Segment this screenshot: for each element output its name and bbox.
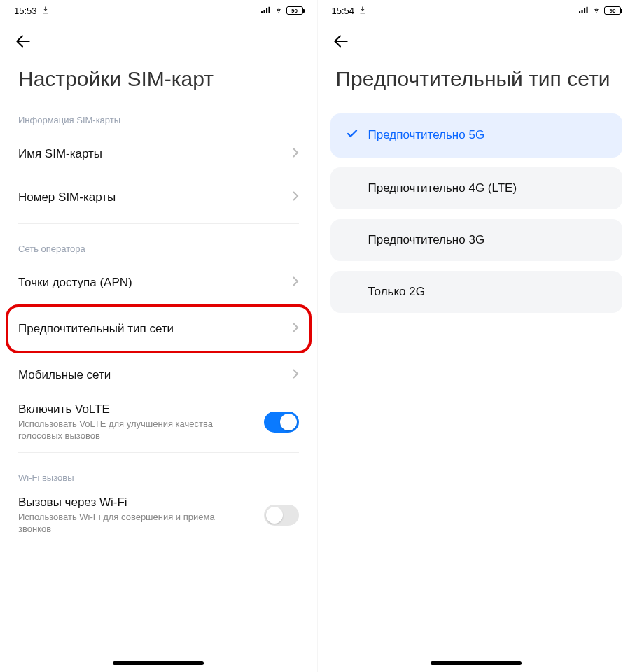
volte-label: Включить VoLTE xyxy=(18,402,264,416)
back-button[interactable] xyxy=(14,41,32,52)
option-label: Предпочтительно 5G xyxy=(368,128,485,142)
section-operator-network: Сеть оператора xyxy=(18,228,299,261)
svg-rect-0 xyxy=(261,11,263,13)
option-label: Предпочтительно 3G xyxy=(368,233,485,247)
row-preferred-network-type[interactable]: Предпочтительный тип сети xyxy=(18,307,299,351)
battery-level: 90 xyxy=(610,8,616,14)
phone-left: 15:53 90 Настройки SIM-карт Информация S… xyxy=(0,0,318,672)
wifi-calls-label: Вызовы через Wi-Fi xyxy=(18,496,264,510)
option-4g[interactable]: Предпочтительно 4G (LTE) xyxy=(330,167,623,209)
cellular-signal-icon xyxy=(261,6,271,16)
row-volte: Включить VoLTE Использовать VoLTE для ул… xyxy=(18,397,299,448)
volte-toggle[interactable] xyxy=(264,412,299,433)
svg-rect-4 xyxy=(579,11,580,13)
svg-rect-2 xyxy=(266,8,267,13)
volte-sub: Использовать VoLTE для улучшения качеств… xyxy=(18,418,228,442)
svg-rect-3 xyxy=(268,6,270,13)
chevron-right-icon xyxy=(292,276,299,290)
section-wifi-calls: Wi-Fi вызовы xyxy=(18,457,299,490)
option-label: Только 2G xyxy=(368,285,425,299)
wifi-icon xyxy=(592,6,601,16)
svg-rect-7 xyxy=(587,6,588,13)
mobile-nets-label: Мобильные сети xyxy=(18,368,292,382)
status-bar: 15:54 90 xyxy=(318,0,636,21)
apn-label: Точки доступа (APN) xyxy=(18,276,292,290)
svg-rect-5 xyxy=(582,10,583,13)
page-title: Предпочтительный тип сети xyxy=(318,53,636,99)
status-time: 15:54 xyxy=(332,6,355,16)
chevron-right-icon xyxy=(292,322,299,336)
wifi-calls-sub: Использовать Wi-Fi для совершения и прие… xyxy=(18,511,228,536)
home-indicator[interactable] xyxy=(431,662,522,665)
preferred-net-label: Предпочтительный тип сети xyxy=(18,322,292,336)
wifi-icon xyxy=(274,6,284,16)
sim-name-label: Имя SIM-карты xyxy=(18,147,286,161)
svg-rect-1 xyxy=(263,10,265,13)
chevron-right-icon xyxy=(292,368,299,382)
status-bar: 15:53 90 xyxy=(0,0,317,21)
option-2g[interactable]: Только 2G xyxy=(330,271,623,313)
phone-right: 15:54 90 Предпочтительный тип сети Предп… xyxy=(318,0,636,672)
battery-icon: 90 xyxy=(286,6,303,15)
wifi-calling-toggle[interactable] xyxy=(264,505,299,526)
divider xyxy=(18,452,299,453)
row-sim-name[interactable]: Имя SIM-карты xyxy=(18,132,299,176)
row-mobile-networks[interactable]: Мобильные сети xyxy=(18,354,299,397)
highlight-annotation: Предпочтительный тип сети xyxy=(6,304,312,354)
option-5g[interactable]: Предпочтительно 5G xyxy=(330,113,623,158)
check-icon xyxy=(346,127,358,144)
cellular-signal-icon xyxy=(579,6,589,16)
svg-rect-6 xyxy=(584,8,585,13)
section-sim-info: Информация SIM-карты xyxy=(18,99,299,132)
battery-icon: 90 xyxy=(604,6,621,15)
chevron-right-icon xyxy=(292,190,299,204)
download-icon xyxy=(358,6,367,16)
download-icon xyxy=(41,6,50,16)
divider xyxy=(18,223,299,224)
status-time: 15:53 xyxy=(14,6,37,16)
home-indicator[interactable] xyxy=(113,662,204,665)
row-apn[interactable]: Точки доступа (APN) xyxy=(18,261,299,304)
row-wifi-calling: Вызовы через Wi-Fi Использовать Wi-Fi дл… xyxy=(18,490,299,541)
page-title: Настройки SIM-карт xyxy=(0,53,317,99)
option-label: Предпочтительно 4G (LTE) xyxy=(368,181,517,195)
chevron-right-icon xyxy=(292,147,299,161)
battery-level: 90 xyxy=(291,8,298,14)
option-3g[interactable]: Предпочтительно 3G xyxy=(330,219,623,261)
sim-number-label: Номер SIM-карты xyxy=(18,190,286,204)
network-type-options: Предпочтительно 5G Предпочтительно 4G (L… xyxy=(318,99,636,327)
row-sim-number[interactable]: Номер SIM-карты xyxy=(18,176,299,219)
back-button[interactable] xyxy=(332,41,350,52)
